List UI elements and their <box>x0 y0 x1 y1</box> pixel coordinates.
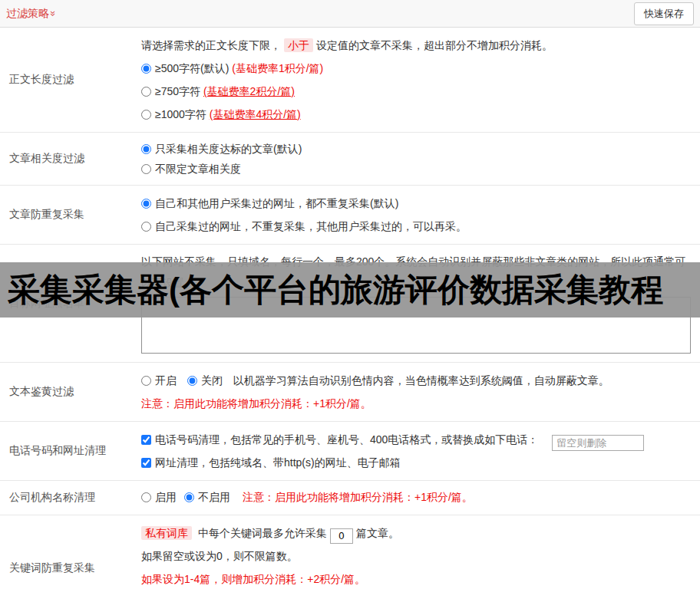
row-label-body-length: 正文长度过滤 <box>0 28 137 132</box>
keyword-limit-pre-text: 中每个关键词最多允许采集 <box>198 527 327 539</box>
keyword-dedup-line2: 如果留空或设为0，则不限篇数。 <box>141 545 694 568</box>
option-label: 关闭 <box>201 374 223 387</box>
row-company-clean: 公司机构名称清理 启用 不启用 注意：启用此功能将增加积分消耗：+1积分/篇。 <box>0 481 700 515</box>
option-label: 开启 <box>155 374 177 387</box>
row-dedup-collection: 文章防重复采集 自己和其他用户采集过的网址，都不重复采集(默认) 自己采集过的网… <box>0 186 700 245</box>
option-label: 只采集相关度达标的文章(默认) <box>155 143 302 155</box>
option-label: 自己和其他用户采集过的网址，都不重复采集(默认) <box>155 197 398 209</box>
radio-input-company-on[interactable] <box>141 492 151 502</box>
page-header: 过滤策略» 快速保存 <box>0 0 700 28</box>
radio-option-dedup-all[interactable]: 自己和其他用户采集过的网址，都不重复采集(默认) <box>141 192 694 215</box>
porn-filter-description: 以机器学习算法自动识别色情内容，当色情概率达到系统阈值，自动屏蔽文章。 <box>233 374 609 387</box>
radio-input-dedup-all[interactable] <box>141 199 151 209</box>
body-length-intro: 请选择需求的正文长度下限，小于设定值的文章不采集，超出部分不增加积分消耗。 <box>141 34 694 57</box>
option-label: ≥750字符 <box>155 85 203 97</box>
filter-strategy-page: 过滤策略» 快速保存 正文长度过滤 请选择需求的正文长度下限，小于设定值的文章不… <box>0 0 700 589</box>
option-label: 电话号码清理，包括常见的手机号、座机号、400电话格式，或替换成如下电话： <box>155 433 538 446</box>
row-phone-url-clean: 电话号码和网址清理 电话号码清理，包括常见的手机号、座机号、400电话格式，或替… <box>0 422 700 481</box>
replacement-phone-input[interactable] <box>552 435 644 451</box>
radio-option-porn-off[interactable]: 关闭 <box>187 374 226 387</box>
row-porn-filter: 文本鉴黄过滤 开启 关闭 以机器学习算法自动识别色情内容，当色情概率达到系统阈值… <box>0 363 700 422</box>
option-note: (基础费率2积分/篇) <box>203 85 295 97</box>
radio-input-750[interactable] <box>141 87 151 97</box>
radio-option-relevance-on[interactable]: 只采集相关度达标的文章(默认) <box>141 139 694 159</box>
option-note: (基础费率1积分/篇) <box>232 62 323 74</box>
option-label: 自己采集过的网址，不重复采集，其他用户采集过的，可以再采。 <box>155 220 467 232</box>
body-length-content: 请选择需求的正文长度下限，小于设定值的文章不采集，超出部分不增加积分消耗。 ≥5… <box>137 28 700 132</box>
radio-option-dedup-self[interactable]: 自己采集过的网址，不重复采集，其他用户采集过的，可以再采。 <box>141 215 694 238</box>
radio-input-500[interactable] <box>141 64 151 74</box>
chevron-down-icon: » <box>48 10 59 15</box>
radio-option-porn-on[interactable]: 开启 <box>141 374 180 387</box>
row-label-relevance: 文章相关度过滤 <box>0 133 137 185</box>
row-label-dedup: 文章防重复采集 <box>0 186 137 244</box>
relevance-content: 只采集相关度达标的文章(默认) 不限定文章相关度 <box>137 133 700 185</box>
radio-option-company-on[interactable]: 启用 <box>141 491 177 505</box>
radio-input-porn-on[interactable] <box>141 376 151 386</box>
blacklist-content: 以下网站不采集，只填域名，每行一个，最多200个。系统会自动识别并屏蔽那些非文章… <box>137 245 700 362</box>
checkbox-input-url-clean[interactable] <box>141 458 151 468</box>
row-keyword-dedup: 关键词防重复采集 私有词库 中每个关键词最多允许采集篇文章。 如果留空或设为0，… <box>0 515 700 589</box>
row-url-blacklist: 目标网址黑名单 以下网站不采集，只填域名，每行一个，最多200个。系统会自动识别… <box>0 245 700 363</box>
keyword-limit-input[interactable] <box>330 528 353 544</box>
row-body-length-filter: 正文长度过滤 请选择需求的正文长度下限，小于设定值的文章不采集，超出部分不增加积… <box>0 28 700 133</box>
blacklist-textarea[interactable] <box>141 297 691 354</box>
intro-highlight-text: 小于 <box>284 38 313 52</box>
radio-input-porn-off[interactable] <box>187 376 197 386</box>
dedup-content: 自己和其他用户采集过的网址，都不重复采集(默认) 自己采集过的网址，不重复采集，… <box>137 186 700 244</box>
radio-option-750-chars[interactable]: ≥750字符 (基础费率2积分/篇) <box>141 80 694 103</box>
radio-input-relevance-on[interactable] <box>141 144 151 154</box>
radio-option-company-off[interactable]: 不启用 <box>184 491 230 505</box>
radio-input-relevance-off[interactable] <box>141 164 151 174</box>
company-clean-content: 启用 不启用 注意：启用此功能将增加积分消耗：+1积分/篇。 <box>137 481 700 515</box>
phone-clean-content: 电话号码清理，包括常见的手机号、座机号、400电话格式，或替换成如下电话： 网址… <box>137 422 700 480</box>
checkbox-option-phone-clean[interactable]: 电话号码清理，包括常见的手机号、座机号、400电话格式，或替换成如下电话： <box>141 433 541 446</box>
keyword-dedup-line3: 如果设为1-4篇，则增加积分消耗：+2积分/篇。 <box>141 568 694 589</box>
radio-input-1000[interactable] <box>141 110 151 120</box>
option-label: 网址清理，包括纯域名、带http(s)的网址、电子邮箱 <box>155 456 401 469</box>
row-label-blacklist: 目标网址黑名单 <box>0 245 137 362</box>
option-label: 不限定文章相关度 <box>155 163 241 175</box>
intro-post-text: 设定值的文章不采集，超出部分不增加积分消耗。 <box>316 39 553 51</box>
intro-pre-text: 请选择需求的正文长度下限， <box>141 39 281 51</box>
option-label: 不启用 <box>198 491 230 503</box>
page-title[interactable]: 过滤策略» <box>6 7 56 21</box>
option-label: 启用 <box>155 491 177 503</box>
row-label-phone-clean: 电话号码和网址清理 <box>0 422 137 480</box>
option-note: (基础费率4积分/篇) <box>210 108 301 120</box>
row-label-porn-filter: 文本鉴黄过滤 <box>0 363 137 421</box>
porn-filter-content: 开启 关闭 以机器学习算法自动识别色情内容，当色情概率达到系统阈值，自动屏蔽文章… <box>137 363 700 421</box>
checkbox-input-phone-clean[interactable] <box>141 435 151 445</box>
keyword-dedup-content: 私有词库 中每个关键词最多允许采集篇文章。 如果留空或设为0，则不限篇数。 如果… <box>137 515 700 589</box>
row-label-keyword-dedup: 关键词防重复采集 <box>0 515 137 589</box>
radio-option-relevance-off[interactable]: 不限定文章相关度 <box>141 159 694 179</box>
radio-option-1000-chars[interactable]: ≥1000字符 (基础费率4积分/篇) <box>141 103 694 126</box>
quick-save-button[interactable]: 快速保存 <box>634 2 694 25</box>
checkbox-option-url-clean[interactable]: 网址清理，包括纯域名、带http(s)的网址、电子邮箱 <box>141 456 401 469</box>
keyword-limit-post-text: 篇文章。 <box>356 527 399 539</box>
blacklist-description: 以下网站不采集，只填域名，每行一个，最多200个。系统会自动识别并屏蔽那些非文章… <box>141 251 694 294</box>
radio-input-dedup-self[interactable] <box>141 222 151 232</box>
option-label: ≥1000字符 <box>155 108 210 120</box>
porn-filter-note: 注意：启用此功能将增加积分消耗：+1积分/篇。 <box>141 392 694 415</box>
radio-input-company-off[interactable] <box>184 492 194 502</box>
option-label: ≥500字符(默认) <box>155 62 232 74</box>
row-label-company-clean: 公司机构名称清理 <box>0 481 137 515</box>
row-relevance-filter: 文章相关度过滤 只采集相关度达标的文章(默认) 不限定文章相关度 <box>0 133 700 186</box>
private-lexicon-tag: 私有词库 <box>141 526 192 540</box>
page-title-text: 过滤策略 <box>6 7 49 19</box>
company-clean-note: 注意：启用此功能将增加积分消耗：+1积分/篇。 <box>243 491 473 505</box>
radio-option-500-chars[interactable]: ≥500字符(默认) (基础费率1积分/篇) <box>141 57 694 80</box>
